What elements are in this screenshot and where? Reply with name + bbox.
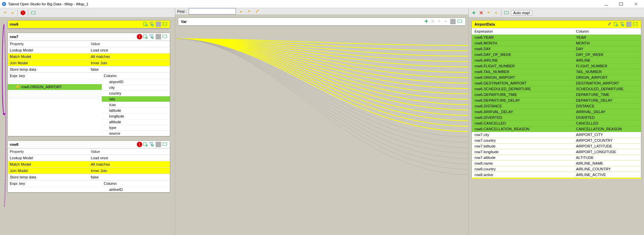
find-input[interactable] xyxy=(189,8,236,14)
output-expr-cell[interactable]: row6.MONTH xyxy=(472,40,573,46)
output-expr-cell[interactable]: row8.name xyxy=(472,161,573,166)
input-table-row7[interactable]: row7 ! Property Value Lookup ModelLoad o… xyxy=(7,33,170,136)
output-col-cell[interactable]: AIRPORT_LATITUDE xyxy=(573,143,641,149)
output-col-cell[interactable]: DAY_OF_WEEK xyxy=(573,52,641,58)
prop-value[interactable]: Load once xyxy=(89,155,170,161)
error-indicator-button[interactable]: ! xyxy=(137,142,142,147)
output-expr-cell[interactable]: row6.DIVERTED xyxy=(472,115,573,121)
input-table-row8[interactable]: row8 ! Property Value Lookup ModelLoad o… xyxy=(7,140,170,193)
column-cell[interactable]: latitude xyxy=(102,107,170,113)
move-output-up-button[interactable] xyxy=(486,10,492,16)
move-var-up-button[interactable] xyxy=(437,19,442,24)
output-expr-cell[interactable]: row6.DISTANCE xyxy=(472,103,573,109)
output-expr-cell[interactable]: row8.active xyxy=(472,172,573,178)
prop-key[interactable]: Lookup Model xyxy=(8,155,89,161)
output-col-cell[interactable]: AIRLINE xyxy=(573,58,641,63)
column-cell[interactable]: country xyxy=(102,90,170,96)
close-button[interactable] xyxy=(629,1,643,7)
filter-button[interactable] xyxy=(619,22,625,27)
output-col-cell[interactable]: DEPARTURE_DELAY xyxy=(573,98,641,103)
output-expr-cell[interactable]: row6.DAY_OF_WEEK xyxy=(472,52,573,58)
highlight-button[interactable] xyxy=(254,8,260,14)
output-col-cell[interactable]: AIRLINE_NAME xyxy=(573,161,641,166)
output-col-cell[interactable]: DESTINATION_AIRPORT xyxy=(573,80,641,86)
prop-value[interactable]: Inner Join xyxy=(89,60,170,66)
add-column-button[interactable] xyxy=(143,22,148,27)
expr-key-cell[interactable]: 🔑row6.ORIGIN_AIRPORT xyxy=(8,84,102,90)
output-col-cell[interactable]: MONTH xyxy=(573,40,641,46)
output-col-cell[interactable]: CANCELLATION_REASON xyxy=(573,126,641,132)
maximize-button[interactable] xyxy=(614,1,628,7)
output-col-cell[interactable]: AIRPORT_CITY xyxy=(573,132,641,138)
add-output-button[interactable] xyxy=(471,10,477,16)
output-expr-cell[interactable]: row6.AIRLINE xyxy=(472,58,573,63)
add-column-button[interactable] xyxy=(613,22,619,27)
output-expr-cell[interactable]: row6.DESTINATION_AIRPORT xyxy=(472,80,573,86)
output-expr-cell[interactable]: row6.CANCELLATION_REASON xyxy=(472,126,573,132)
prop-key[interactable]: Match Model xyxy=(8,161,89,167)
input-table-row6[interactable]: row6 xyxy=(7,20,170,29)
output-expr-cell[interactable]: row7.longitude xyxy=(472,149,573,155)
settings-button[interactable] xyxy=(30,10,36,16)
prop-key[interactable]: Store temp data xyxy=(8,66,89,72)
filter-button[interactable] xyxy=(149,142,154,147)
column-cell[interactable]: longitude xyxy=(102,113,170,119)
minimize-table-button[interactable] xyxy=(162,22,168,27)
output-col-cell[interactable]: CANCELLED xyxy=(573,121,641,126)
output-expr-cell[interactable]: row7.country xyxy=(472,138,573,143)
output-expr-cell[interactable]: row6.DEPARTURE_DELAY xyxy=(472,98,573,103)
prop-value[interactable]: All matches xyxy=(89,53,170,60)
move-up-button[interactable] xyxy=(2,10,8,16)
prop-key[interactable]: Join Model xyxy=(8,60,89,66)
output-expr-cell[interactable]: row6.ORIGIN_AIRPORT xyxy=(472,75,573,80)
column-cell[interactable]: airlineID xyxy=(102,187,170,192)
add-column-button[interactable] xyxy=(143,34,148,39)
filter-button[interactable] xyxy=(149,34,154,39)
expr-key-cell[interactable] xyxy=(8,98,102,100)
prop-value[interactable]: false xyxy=(89,66,170,72)
output-col-cell[interactable]: ALTITUDE xyxy=(573,155,641,161)
prop-key[interactable]: Store temp data xyxy=(8,174,89,180)
add-column-button[interactable] xyxy=(143,142,148,147)
expr-key-cell[interactable] xyxy=(8,187,102,188)
output-col-cell[interactable]: DIVERTED xyxy=(573,115,641,121)
output-col-cell[interactable]: DAY xyxy=(573,46,641,52)
prop-value[interactable]: All matches xyxy=(89,161,170,167)
auto-map-button[interactable]: Auto map! xyxy=(511,10,532,15)
output-expr-cell[interactable]: row8.country xyxy=(472,166,573,172)
move-var-down-button[interactable] xyxy=(443,19,449,24)
output-col-cell[interactable]: FLIGHT_NUMBER xyxy=(573,63,641,69)
minimize-button[interactable] xyxy=(600,1,613,7)
output-expr-cell[interactable]: row6.ARRIVAL_DELAY xyxy=(472,109,573,115)
move-output-down-button[interactable] xyxy=(493,10,499,16)
error-indicator-button[interactable]: ! xyxy=(137,34,142,39)
find-next-button[interactable] xyxy=(238,8,244,14)
prop-key[interactable]: Lookup Model xyxy=(8,47,89,53)
prop-value[interactable]: Inner Join xyxy=(89,167,170,174)
output-col-cell[interactable]: AIRPORT_LONGITUDE xyxy=(573,149,641,155)
output-expr-cell[interactable]: row7.altitude xyxy=(472,155,573,161)
input-scroll-area[interactable]: row6 row7 ! xyxy=(0,18,175,235)
output-col-cell[interactable]: ARRIVAL_DELAY xyxy=(573,109,641,115)
column-cell[interactable]: iata xyxy=(102,96,170,102)
output-col-cell[interactable]: TAIL_NUMBER xyxy=(573,69,641,75)
output-col-cell[interactable]: YEAR xyxy=(573,35,641,40)
output-expr-cell[interactable]: row6.SCHEDULED_DEPARTURE xyxy=(472,86,573,92)
output-expr-cell[interactable]: row6.CANCELLED xyxy=(472,121,573,126)
column-cell[interactable]: city xyxy=(102,85,170,90)
output-col-cell[interactable]: SCHEDULED_DEPARTURE xyxy=(573,86,641,92)
prop-key[interactable]: Join Model xyxy=(8,167,89,174)
output-expr-cell[interactable]: row6.TAIL_NUMBER xyxy=(472,69,573,75)
filter-button[interactable] xyxy=(149,22,154,27)
output-col-cell[interactable]: AIRLINE_ACTIVE xyxy=(573,172,641,178)
output-expr-cell[interactable]: row6.DAY xyxy=(472,46,573,52)
minimize-output-button[interactable] xyxy=(633,22,638,27)
column-cell[interactable]: icao xyxy=(102,102,170,107)
output-table-airportdata[interactable]: AirportData Expression Column row6.YEARY… xyxy=(471,20,641,179)
column-cell[interactable]: type xyxy=(102,125,170,130)
prop-key[interactable]: Match Model xyxy=(8,53,89,60)
wrench-button[interactable] xyxy=(607,22,613,27)
output-expr-cell[interactable]: row7.latitude xyxy=(472,143,573,149)
move-down-button[interactable] xyxy=(9,10,16,16)
minimize-var-button[interactable] xyxy=(457,19,463,24)
